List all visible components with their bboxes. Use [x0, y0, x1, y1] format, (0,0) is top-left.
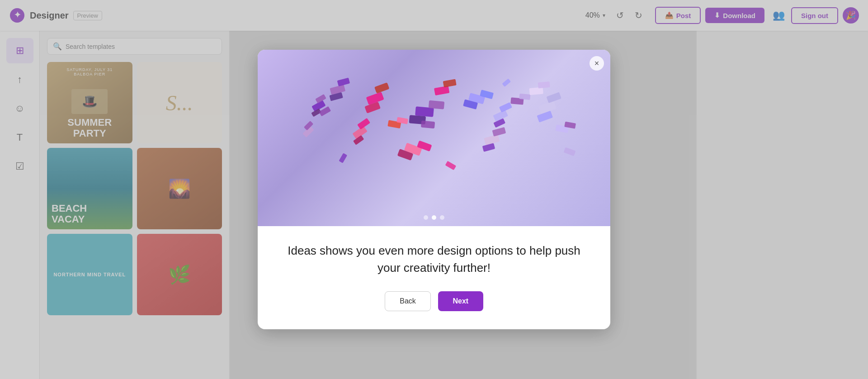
- svg-rect-22: [421, 120, 435, 128]
- svg-rect-47: [445, 161, 457, 170]
- modal-actions: Back Next: [279, 291, 589, 311]
- modal-carousel-dots: [258, 215, 610, 220]
- svg-rect-37: [492, 127, 506, 137]
- ribbon-illustration: [275, 59, 593, 218]
- dot-1[interactable]: [424, 215, 428, 220]
- next-button[interactable]: Next: [438, 291, 483, 311]
- svg-rect-35: [519, 94, 530, 100]
- svg-rect-12: [374, 82, 389, 93]
- svg-rect-40: [546, 92, 561, 103]
- svg-rect-45: [538, 81, 550, 88]
- dot-2[interactable]: [432, 215, 436, 220]
- svg-rect-20: [429, 100, 444, 109]
- svg-rect-46: [339, 153, 347, 163]
- modal-overlay[interactable]: ×: [0, 0, 868, 379]
- back-button[interactable]: Back: [385, 291, 431, 311]
- modal-dialog: ×: [258, 50, 610, 329]
- svg-rect-23: [434, 85, 449, 95]
- modal-title: Ideas shows you even more design options…: [279, 242, 589, 276]
- modal-content: Ideas shows you even more design options…: [258, 226, 610, 329]
- svg-rect-49: [564, 147, 576, 156]
- modal-close-button[interactable]: ×: [590, 56, 604, 71]
- modal-image-area: ×: [258, 50, 610, 226]
- svg-rect-44: [529, 87, 543, 95]
- dot-3[interactable]: [440, 215, 444, 220]
- svg-rect-48: [502, 78, 511, 87]
- close-icon: ×: [594, 59, 599, 68]
- svg-rect-24: [443, 79, 457, 87]
